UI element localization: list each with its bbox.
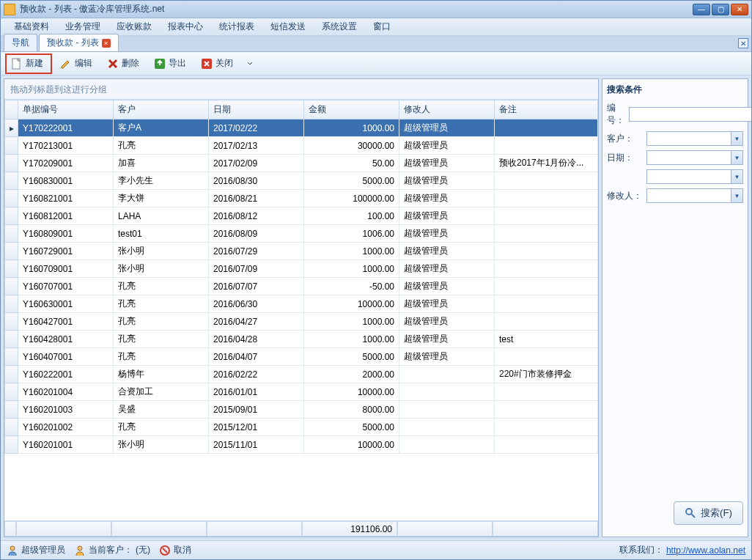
minimize-button[interactable]: — [693,4,710,15]
search-title: 搜索条件 [607,84,743,96]
chevron-down-icon[interactable]: ▼ [731,170,742,183]
col-客户[interactable]: 客户 [114,100,209,119]
menu-系统设置[interactable]: 系统设置 [314,18,364,35]
table-row[interactable]: Y160222001杨博年2016/02/222000.00220#门市装修押金 [5,366,598,383]
current-customer-label: 当前客户： [89,544,133,556]
new-button[interactable]: 新建 [5,54,52,74]
delete-button[interactable]: 删除 [100,54,146,73]
code-input[interactable] [629,107,751,122]
menu-报表中心[interactable]: 报表中心 [161,18,210,35]
app-icon [4,4,15,15]
contact-link[interactable]: http://www.aolan.net [666,545,745,556]
code-label: 编号： [607,102,624,127]
new-file-icon [11,58,23,70]
table-row[interactable]: Y170209001加喜2017/02/0950.00超级管理员预收2017年1… [5,155,598,172]
svg-point-3 [686,509,692,515]
table-row[interactable]: Y160407001孔亮2016/04/075000.00超级管理员 [5,348,598,366]
menu-业务管理[interactable]: 业务管理 [58,18,108,35]
modifier-label: 修改人： [607,190,642,202]
table-row[interactable]: Y160427001孔亮2016/04/271000.00超级管理员 [5,313,598,331]
table-row[interactable]: Y170213001孔亮2017/02/1330000.00超级管理员 [5,137,598,155]
grid-panel: 拖动列标题到这进行分组 单据编号客户日期金额修改人备注 ▸Y170222001客… [4,78,599,537]
tab-panel-close-button[interactable]: ✕ [738,38,748,48]
table-row[interactable]: Y160729001张小明2016/07/291000.00超级管理员 [5,243,598,260]
contact-label: 联系我们： [619,544,663,556]
search-button[interactable]: 搜索(F) [674,501,743,525]
statusbar: 超级管理员 当前客户： (无) 取消 联系我们： http://www.aola… [1,540,751,559]
close-label: 关闭 [215,57,233,70]
table-row[interactable]: ▸Y170222001客户A2017/02/221000.00超级管理员 [5,119,598,137]
pencil-icon [60,58,72,70]
modifier-combo[interactable]: ▼ [646,188,743,203]
col-单据编号[interactable]: 单据编号 [18,100,114,119]
toolbar-overflow-icon[interactable] [244,58,256,70]
magnifier-icon [685,507,696,519]
cancel-icon [159,545,171,556]
close-red-icon [201,58,213,70]
menu-窗口[interactable]: 窗口 [366,18,398,35]
search-panel: 搜索条件 编号： 客户： ▼ 日期： ▼ ▼ 修改人： ▼ [602,78,748,537]
grid-footer: 191106.00 [4,520,598,537]
export-icon [154,58,166,70]
export-label: 导出 [169,57,186,70]
search-button-label: 搜索(F) [701,506,732,520]
customer-label: 客户： [607,133,642,145]
menu-应收账款[interactable]: 应收账款 [109,18,159,35]
svg-point-4 [10,546,15,550]
tabstrip: 导航预收款 - 列表×✕ [1,36,751,52]
window-close-button[interactable]: ✕ [731,4,748,15]
chevron-down-icon[interactable]: ▼ [731,189,742,202]
data-grid[interactable]: 单据编号客户日期金额修改人备注 ▸Y170222001客户A2017/02/22… [4,100,598,454]
customer-icon [74,545,86,556]
export-button[interactable]: 导出 [147,54,193,73]
group-by-hint[interactable]: 拖动列标题到这进行分组 [4,79,598,100]
cancel-button[interactable]: 取消 [159,544,191,556]
user-icon [7,545,18,556]
menu-基础资料[interactable]: 基础资料 [7,18,56,35]
table-row[interactable]: Y160830001李小先生2016/08/305000.00超级管理员 [5,172,598,190]
toolbar: 新建 编辑 删除 导出 关闭 [1,52,751,75]
close-button[interactable]: 关闭 [194,54,240,73]
date-to-combo[interactable]: ▼ [646,169,743,184]
table-row[interactable]: Y160428001孔亮2016/04/281000.00超级管理员test [5,331,598,348]
customer-combo[interactable]: ▼ [646,131,743,146]
maximize-button[interactable]: ▢ [712,4,729,15]
total-amount: 191106.00 [302,521,397,537]
chevron-down-icon[interactable]: ▼ [731,151,742,164]
menu-统计报表[interactable]: 统计报表 [212,18,262,35]
svg-point-5 [78,546,82,550]
table-row[interactable]: Y160707001孔亮2016/07/07-50.00超级管理员 [5,278,598,295]
tab-预收款 - 列表[interactable]: 预收款 - 列表× [39,34,119,51]
table-row[interactable]: Y160201001张小明2015/11/0110000.00 [5,436,598,454]
new-label: 新建 [26,57,43,70]
cancel-label: 取消 [174,544,191,556]
table-row[interactable]: Y160201004合资加工2016/01/0110000.00 [5,383,598,401]
table-row[interactable]: Y160709001张小明2016/07/091000.00超级管理员 [5,260,598,278]
window-title: 预收款 - 列表 - 傲蓝冷库管理系统.net [20,3,693,15]
delete-label: 删除 [122,57,139,70]
menu-短信发送[interactable]: 短信发送 [263,18,313,35]
date-label: 日期： [607,152,642,164]
col-日期[interactable]: 日期 [209,100,304,119]
col-金额[interactable]: 金额 [304,100,399,119]
table-row[interactable]: Y160201002孔亮2015/12/015000.00 [5,419,598,436]
edit-button[interactable]: 编辑 [54,54,99,73]
chevron-down-icon[interactable]: ▼ [731,132,742,145]
table-row[interactable]: Y160630001孔亮2016/06/3010000.00超级管理员 [5,295,598,313]
col-修改人[interactable]: 修改人 [399,100,495,119]
tab-close-icon[interactable]: × [102,39,111,48]
edit-label: 编辑 [75,57,92,70]
delete-x-icon [107,58,119,70]
table-row[interactable]: Y160201003吴盛2015/09/018000.00 [5,401,598,419]
date-from-combo[interactable]: ▼ [646,150,743,165]
table-row[interactable]: Y160812001LAHA2016/08/12100.00超级管理员 [5,207,598,225]
col-备注[interactable]: 备注 [495,100,598,119]
table-row[interactable]: Y160809001test012016/08/091006.00超级管理员 [5,225,598,243]
status-user: 超级管理员 [21,544,65,556]
titlebar: 预收款 - 列表 - 傲蓝冷库管理系统.net — ▢ ✕ [1,1,751,18]
current-customer-value: (无) [136,544,150,556]
table-row[interactable]: Y160821001李大饼2016/08/21100000.00超级管理员 [5,190,598,207]
tab-导航[interactable]: 导航 [4,34,37,51]
